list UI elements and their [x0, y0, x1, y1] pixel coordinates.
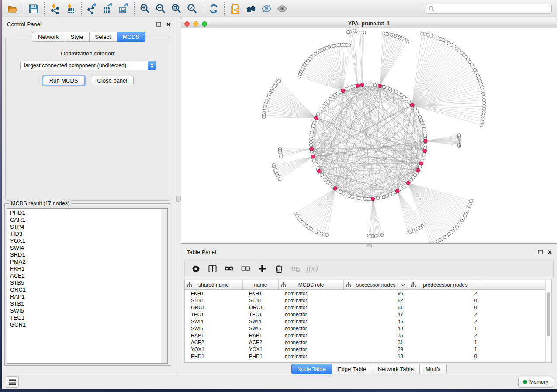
table-cell: TEC1	[243, 312, 279, 317]
export-image-icon[interactable]	[117, 2, 131, 16]
table-row[interactable]: FKH1FKH1dominator962	[185, 290, 551, 297]
table-cell: YOX1	[243, 347, 279, 352]
table-cell: dominator	[279, 354, 344, 359]
zoom-in-icon[interactable]	[138, 2, 152, 16]
list-item[interactable]: ACE2	[7, 272, 161, 279]
search-input[interactable]	[426, 4, 552, 14]
eye-icon[interactable]	[275, 2, 289, 16]
share-document-icon[interactable]	[228, 2, 242, 16]
deselect-all-icon[interactable]	[239, 262, 252, 275]
tab-network[interactable]: Network	[32, 32, 65, 42]
table-cell: STB1	[185, 298, 243, 303]
table-cell: dominator	[279, 298, 344, 303]
tab-style[interactable]: Style	[65, 32, 90, 42]
select-all-icon[interactable]	[222, 262, 235, 275]
list-item[interactable]: PMA2	[7, 258, 161, 265]
tab-mcds[interactable]: MCDS	[117, 32, 145, 42]
network-window-titlebar[interactable]: YPA_prune.txt_1	[181, 20, 557, 28]
zoom-out-icon[interactable]	[154, 2, 168, 16]
splitter-grip[interactable]	[176, 196, 181, 202]
list-item[interactable]: SRD1	[7, 251, 161, 258]
list-item[interactable]: SWI4	[7, 244, 161, 251]
table-panel-title: Table Panel	[187, 249, 533, 255]
table-row[interactable]: RAP1RAP1dominator352	[185, 332, 551, 339]
list-scrollbar[interactable]	[161, 209, 167, 363]
main-toolbar	[2, 0, 557, 17]
column-header[interactable]: predecessor nodes	[408, 280, 482, 289]
delete-columns-icon[interactable]	[272, 262, 285, 275]
tab-edge-table[interactable]: Edge Table	[332, 364, 372, 374]
save-icon[interactable]	[27, 2, 41, 16]
table-cell: PHD1	[185, 354, 243, 359]
zoom-fit-icon[interactable]	[170, 2, 183, 16]
export-table-icon[interactable]	[101, 2, 115, 16]
settings-icon[interactable]	[189, 262, 202, 275]
list-item[interactable]: GCR1	[7, 321, 161, 328]
table-row[interactable]: STB1STB1dominator620	[185, 297, 551, 304]
table-row[interactable]: PHD1PHD1dominator180	[185, 353, 551, 360]
memory-button[interactable]: Memory	[518, 377, 553, 388]
list-item[interactable]: STP4	[7, 224, 161, 230]
list-item[interactable]: SWI5	[7, 307, 161, 314]
table-cell: 0	[408, 354, 482, 359]
scrollbar-thumb[interactable]	[547, 292, 550, 336]
list-item[interactable]: ORC1	[7, 286, 161, 293]
home-networks-icon[interactable]	[244, 2, 258, 16]
table-row[interactable]: TEC1TEC1connector472	[185, 311, 551, 318]
tab-motifs[interactable]: Motifs	[420, 364, 447, 374]
list-item[interactable]: RAP1	[7, 293, 161, 300]
tab-node-table[interactable]: Node Table	[291, 364, 332, 374]
sort-desc-icon	[401, 284, 405, 286]
function-builder-icon[interactable]: f(x)	[306, 264, 318, 273]
list-item[interactable]: YOX1	[7, 237, 161, 244]
add-column-icon[interactable]	[256, 262, 269, 275]
list-item[interactable]: TEC1	[7, 314, 161, 321]
list-item[interactable]: STB5	[7, 279, 161, 286]
table-row[interactable]: SWI4SWI4dominator462	[185, 318, 551, 325]
table-cell: connector	[279, 312, 344, 317]
table-row[interactable]: ORC1ORC1dominator610	[185, 304, 551, 311]
console-button[interactable]	[6, 376, 19, 388]
list-item[interactable]: TID3	[7, 230, 161, 237]
close-panel-icon[interactable]	[547, 249, 553, 255]
horizontal-splitter[interactable]	[181, 244, 557, 247]
eye-slash-icon[interactable]	[259, 2, 273, 16]
table-row[interactable]: SWI5SWI5connector431	[185, 325, 551, 332]
delete-table-icon[interactable]	[289, 262, 302, 275]
table-cell: 61	[344, 305, 408, 310]
float-panel-icon[interactable]	[537, 249, 543, 255]
mcds-result-title: MCDS result (17 nodes)	[9, 200, 71, 206]
table-row[interactable]: ACE2ACE2connector311	[185, 339, 551, 346]
optimization-criterion-select[interactable]: largest connected component (undirected)	[20, 61, 156, 70]
close-panel-icon[interactable]	[165, 21, 171, 28]
list-item[interactable]: STB1	[7, 300, 161, 307]
tab-select[interactable]: Select	[90, 32, 117, 42]
mcds-result-listbox[interactable]: PHD1CAR1STP4TID3YOX1SWI4SRD1PMA2FKH1ACE2…	[7, 208, 168, 364]
vertical-splitter[interactable]	[176, 17, 181, 375]
close-panel-button[interactable]: Close panel	[91, 76, 134, 85]
refresh-icon[interactable]	[207, 2, 221, 16]
tab-network-table[interactable]: Network Table	[372, 364, 420, 374]
memory-status-icon	[523, 380, 527, 384]
toolbar-separator	[134, 2, 135, 15]
float-panel-icon[interactable]	[156, 21, 162, 28]
control-panel-title: Control Panel	[7, 21, 152, 28]
network-canvas[interactable]	[181, 28, 557, 243]
table-row[interactable]: YOX1YOX1connector291	[185, 346, 551, 353]
column-header[interactable]: successor nodes	[344, 280, 408, 289]
run-mcds-button[interactable]: Run MCDS	[43, 76, 85, 85]
export-network-icon[interactable]	[85, 2, 99, 16]
list-item[interactable]: PHD1	[7, 210, 161, 217]
open-folder-icon[interactable]	[5, 2, 19, 16]
list-item[interactable]: FKH1	[7, 265, 161, 272]
list-item[interactable]: CAR1	[7, 217, 161, 224]
zoom-selected-icon[interactable]	[185, 2, 199, 16]
table-scrollbar[interactable]	[545, 280, 551, 362]
import-network-icon[interactable]	[48, 2, 62, 16]
column-header[interactable]: shared name	[185, 280, 243, 289]
import-table-icon[interactable]	[64, 2, 78, 16]
column-header[interactable]: name	[243, 280, 279, 289]
split-view-icon[interactable]	[206, 262, 219, 275]
mcds-panel: Optimization criterion: largest connecte…	[5, 37, 171, 201]
column-header[interactable]: MCDS role	[279, 280, 344, 289]
